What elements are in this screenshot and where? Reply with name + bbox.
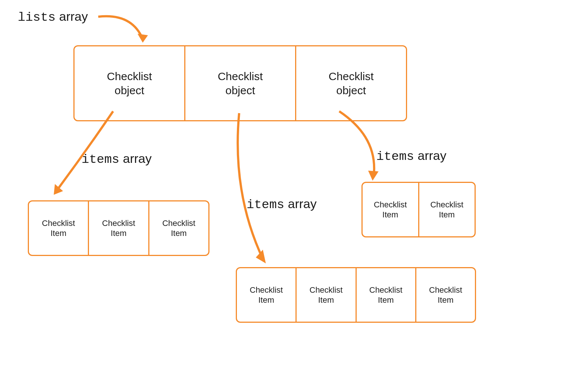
svg-marker-0 bbox=[138, 34, 148, 43]
checklist-item-cell: Checklist Item bbox=[29, 201, 89, 255]
items-array-label-right: items array bbox=[376, 148, 446, 164]
items-rest-middle: array bbox=[284, 197, 317, 211]
arrow-top-to-middle bbox=[228, 111, 287, 271]
lists-rest: array bbox=[56, 9, 88, 23]
items-array-box-right: Checklist Item Checklist Item bbox=[361, 182, 476, 237]
checklist-item-cell: Checklist Item bbox=[419, 183, 475, 236]
items-array-label-middle: items array bbox=[247, 197, 317, 212]
checklist-item-cell: Checklist Item bbox=[89, 201, 149, 255]
items-mono-right: items bbox=[376, 150, 414, 164]
lists-array-label: lists array bbox=[18, 9, 88, 24]
items-rest-right: array bbox=[414, 148, 446, 162]
checklist-object-cell: Checklist object bbox=[185, 46, 296, 120]
checklist-item-cell: Checklist Item bbox=[149, 201, 208, 255]
checklist-item-cell: Checklist Item bbox=[237, 268, 297, 322]
items-array-label-left: items array bbox=[82, 151, 152, 167]
checklist-item-cell: Checklist Item bbox=[363, 183, 419, 236]
checklist-item-cell: Checklist Item bbox=[416, 268, 475, 322]
arrow-lists-to-top bbox=[95, 9, 154, 50]
items-array-box-middle: Checklist Item Checklist Item Checklist … bbox=[236, 267, 476, 323]
items-array-box-left: Checklist Item Checklist Item Checklist … bbox=[28, 200, 209, 256]
checklist-item-cell: Checklist Item bbox=[357, 268, 416, 322]
checklist-item-cell: Checklist Item bbox=[297, 268, 356, 322]
lists-mono: lists bbox=[18, 10, 56, 24]
items-mono-middle: items bbox=[247, 198, 284, 212]
items-mono-left: items bbox=[82, 152, 119, 167]
items-rest-left: array bbox=[119, 151, 152, 165]
svg-marker-3 bbox=[368, 171, 379, 181]
